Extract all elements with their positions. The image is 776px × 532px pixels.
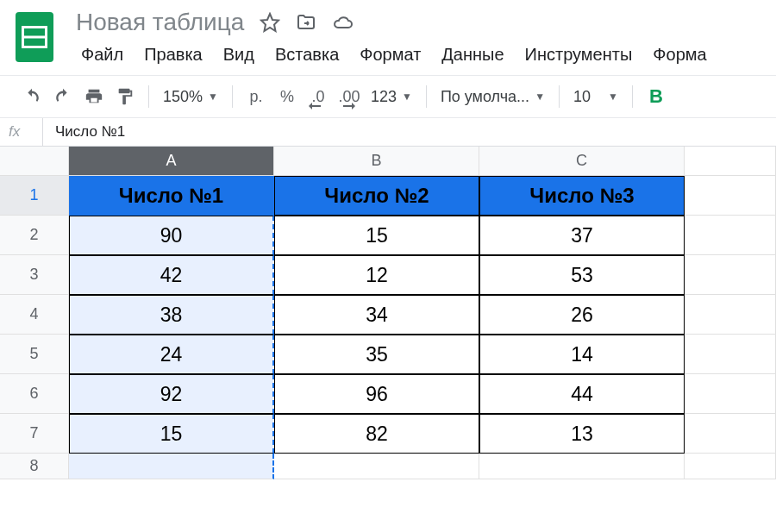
cell-A3[interactable]: 42 (69, 255, 274, 295)
column-header-A[interactable]: A (69, 147, 274, 176)
cell-D4[interactable] (685, 295, 776, 335)
column-header-blank[interactable] (685, 147, 776, 176)
document-title[interactable]: Новая таблица (76, 9, 244, 36)
dropdown-icon: ▼ (208, 91, 218, 103)
cell-B1[interactable]: Число №2 (274, 176, 479, 216)
cell-C2[interactable]: 37 (479, 216, 685, 255)
paint-format-icon[interactable] (112, 84, 138, 110)
cell-A7[interactable]: 15 (69, 414, 274, 454)
fx-label: fx (0, 118, 43, 146)
increase-decimal-icon[interactable]: .00 (336, 84, 362, 110)
dropdown-icon: ▼ (608, 91, 618, 103)
row-header-1[interactable]: 1 (0, 176, 69, 216)
dropdown-icon: ▼ (402, 91, 412, 103)
cell-A8[interactable] (69, 454, 274, 479)
format-percent[interactable]: % (274, 84, 300, 110)
toolbar: 150% ▼ р. % .0 .00 123 ▼ По умолча... ▼ … (0, 75, 776, 118)
cell-B4[interactable]: 34 (274, 295, 479, 335)
menu-format[interactable]: Формат (351, 41, 429, 68)
zoom-value: 150% (163, 88, 203, 106)
redo-icon[interactable] (50, 84, 76, 110)
print-icon[interactable] (81, 84, 107, 110)
cell-D5[interactable] (685, 335, 776, 374)
menu-edit[interactable]: Правка (135, 41, 211, 68)
cell-B5[interactable]: 35 (274, 335, 479, 374)
cell-C4[interactable]: 26 (479, 295, 685, 335)
cell-B2[interactable]: 15 (274, 216, 479, 255)
formula-input[interactable]: Число №1 (43, 123, 125, 141)
separator (426, 85, 427, 108)
cell-A4[interactable]: 38 (69, 295, 274, 335)
cell-D3[interactable] (685, 255, 776, 295)
separator (559, 85, 560, 108)
cell-C1[interactable]: Число №3 (479, 176, 685, 216)
bold-button[interactable]: B (643, 84, 669, 110)
cell-D7[interactable] (685, 414, 776, 454)
row-header-7[interactable]: 7 (0, 414, 69, 454)
number-format-select[interactable]: 123 ▼ (367, 88, 416, 106)
svg-marker-0 (261, 14, 278, 31)
column-header-B[interactable]: B (274, 147, 479, 176)
cell-B6[interactable]: 96 (274, 374, 479, 414)
row-header-2[interactable]: 2 (0, 216, 69, 255)
zoom-select[interactable]: 150% ▼ (160, 88, 222, 106)
formula-bar: fx Число №1 (0, 118, 776, 147)
cell-B3[interactable]: 12 (274, 255, 479, 295)
titlebar: Новая таблица Файл Правка Вид Вставка Фо… (0, 0, 776, 68)
menu-view[interactable]: Вид (215, 41, 263, 68)
cell-A6[interactable]: 92 (69, 374, 274, 414)
title-row: Новая таблица (66, 7, 767, 41)
cell-D6[interactable] (685, 374, 776, 414)
cell-C6[interactable]: 44 (479, 374, 685, 414)
separator (632, 85, 633, 108)
menu-file[interactable]: Файл (72, 41, 132, 68)
cell-C8[interactable] (479, 454, 685, 479)
row-header-8[interactable]: 8 (0, 454, 69, 479)
star-icon[interactable] (260, 12, 280, 33)
font-size-select[interactable]: 10 ▼ (570, 88, 622, 106)
row-header-3[interactable]: 3 (0, 255, 69, 295)
decrease-decimal-icon[interactable]: .0 (305, 84, 331, 110)
menu-tools[interactable]: Инструменты (516, 41, 641, 68)
select-all-corner[interactable] (0, 147, 69, 176)
cell-C5[interactable]: 14 (479, 335, 685, 374)
move-folder-icon[interactable] (296, 12, 316, 33)
cell-D8[interactable] (685, 454, 776, 479)
menubar: Файл Правка Вид Вставка Формат Данные Ин… (66, 41, 767, 68)
font-select[interactable]: По умолча... ▼ (437, 88, 548, 106)
column-header-C[interactable]: C (479, 147, 685, 176)
spreadsheet-grid: A B C 1 Число №1 Число №2 Число №3 2 90 … (0, 147, 776, 479)
cell-C7[interactable]: 13 (479, 414, 685, 454)
menu-form[interactable]: Форма (644, 41, 715, 68)
format-currency[interactable]: р. (243, 84, 269, 110)
row-header-5[interactable]: 5 (0, 335, 69, 374)
sheets-logo-icon (16, 12, 53, 62)
menu-data[interactable]: Данные (433, 41, 512, 68)
separator (148, 85, 149, 108)
cell-D1[interactable] (685, 176, 776, 216)
row-header-4[interactable]: 4 (0, 295, 69, 335)
cell-A2[interactable]: 90 (69, 216, 274, 255)
cell-A1[interactable]: Число №1 (69, 176, 274, 216)
cell-B7[interactable]: 82 (274, 414, 479, 454)
menu-insert[interactable]: Вставка (266, 41, 347, 68)
cell-B8[interactable] (274, 454, 479, 479)
dropdown-icon: ▼ (535, 91, 545, 103)
cell-D2[interactable] (685, 216, 776, 255)
row-header-6[interactable]: 6 (0, 374, 69, 414)
title-area: Новая таблица Файл Правка Вид Вставка Фо… (66, 7, 767, 68)
separator (232, 85, 233, 108)
undo-icon[interactable] (19, 84, 45, 110)
cloud-status-icon[interactable] (332, 12, 354, 33)
cell-C3[interactable]: 53 (479, 255, 685, 295)
cell-A5[interactable]: 24 (69, 335, 274, 374)
